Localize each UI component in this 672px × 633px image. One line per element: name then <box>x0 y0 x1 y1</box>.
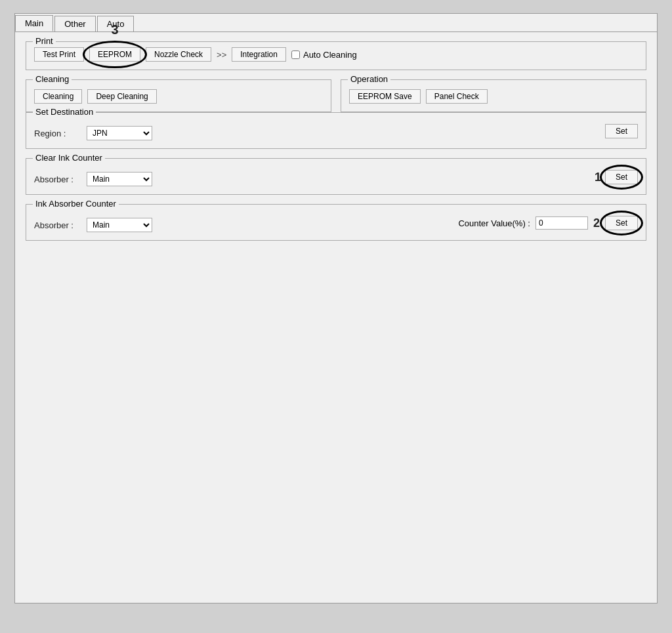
ink-set-btn-wrapper: Set <box>605 216 638 230</box>
ink-absorber-counter-group: Ink Absorber Counter Absorber : Main Sub… <box>26 204 646 241</box>
annotation-1-badge-area: 1 Set <box>595 170 638 184</box>
eeprom-button[interactable]: EEPROM <box>89 47 140 62</box>
cleaning-buttons-row: Cleaning Deep Cleaning <box>34 89 323 104</box>
clear-set-btn-wrapper: Set <box>605 170 638 184</box>
deep-cleaning-button[interactable]: Deep Cleaning <box>87 89 156 104</box>
nozzle-check-button[interactable]: Nozzle Check <box>146 47 211 62</box>
clear-ink-counter-label: Clear Ink Counter <box>33 153 105 163</box>
integration-button[interactable]: Integration <box>232 47 286 62</box>
operation-group: Operation EEPROM Save Panel Check <box>341 79 646 112</box>
tab-auto[interactable]: Auto <box>97 16 135 31</box>
main-content: Print Test Print 3 EEPROM Nozzle Check >… <box>15 32 657 259</box>
clear-absorber-row: Absorber : Main Sub <box>34 172 152 186</box>
chevron-icon: >> <box>217 50 226 60</box>
counter-value-label: Counter Value(%) : <box>458 218 530 228</box>
panel-check-button[interactable]: Panel Check <box>426 89 488 104</box>
absorber-counter-row: Absorber : Main Sub <box>34 218 152 232</box>
tab-main[interactable]: Main <box>15 15 53 31</box>
cleaning-operation-row: Cleaning Cleaning Deep Cleaning Operatio… <box>26 79 646 112</box>
cleaning-button[interactable]: Cleaning <box>34 89 82 104</box>
test-print-button[interactable]: Test Print <box>34 47 84 62</box>
counter-value-row: Counter Value(%) : 0 2 Set <box>458 216 638 230</box>
print-group: Print Test Print 3 EEPROM Nozzle Check >… <box>26 41 646 70</box>
operation-buttons-row: EEPROM Save Panel Check <box>349 89 638 104</box>
annotation-badge-1: 1 <box>595 171 601 184</box>
ink-absorber-set-button[interactable]: Set <box>605 216 638 230</box>
operation-group-label: Operation <box>348 74 390 84</box>
eeprom-save-button[interactable]: EEPROM Save <box>349 89 421 104</box>
eeprom-wrapper: 3 EEPROM <box>89 47 140 62</box>
print-group-label: Print <box>33 36 56 46</box>
clear-absorber-select[interactable]: Main Sub <box>87 172 152 186</box>
region-select[interactable]: JPN USA EUR <box>87 126 152 140</box>
absorber-counter-select[interactable]: Main Sub <box>87 218 152 232</box>
annotation-badge-2: 2 <box>593 216 600 230</box>
absorber-counter-label: Absorber : <box>34 220 80 230</box>
tab-bar: Main Other Auto <box>15 14 657 32</box>
region-row: Region : JPN USA EUR <box>34 126 152 140</box>
clear-ink-counter-group: Clear Ink Counter Absorber : Main Sub 1 … <box>26 158 646 195</box>
clear-absorber-label: Absorber : <box>34 174 80 184</box>
auto-cleaning-label: Auto Cleaning <box>303 50 357 60</box>
cleaning-group-label: Cleaning <box>33 74 72 84</box>
auto-cleaning-group: Auto Cleaning <box>291 50 357 60</box>
tab-other[interactable]: Other <box>54 16 96 31</box>
set-destination-group: Set Destination Region : JPN USA EUR Set <box>26 112 646 149</box>
main-window: Main Other Auto Print Test Print 3 EEPRO… <box>14 13 658 603</box>
ink-absorber-counter-label: Ink Absorber Counter <box>33 199 119 209</box>
auto-cleaning-checkbox[interactable] <box>291 51 300 59</box>
print-buttons-row: Test Print 3 EEPROM Nozzle Check >> Inte… <box>34 47 638 62</box>
set-destination-label: Set Destination <box>33 107 96 117</box>
counter-value-input[interactable]: 0 <box>536 216 588 230</box>
region-label: Region : <box>34 129 80 138</box>
clear-ink-set-button[interactable]: Set <box>605 170 638 184</box>
set-destination-set-button[interactable]: Set <box>605 124 638 138</box>
